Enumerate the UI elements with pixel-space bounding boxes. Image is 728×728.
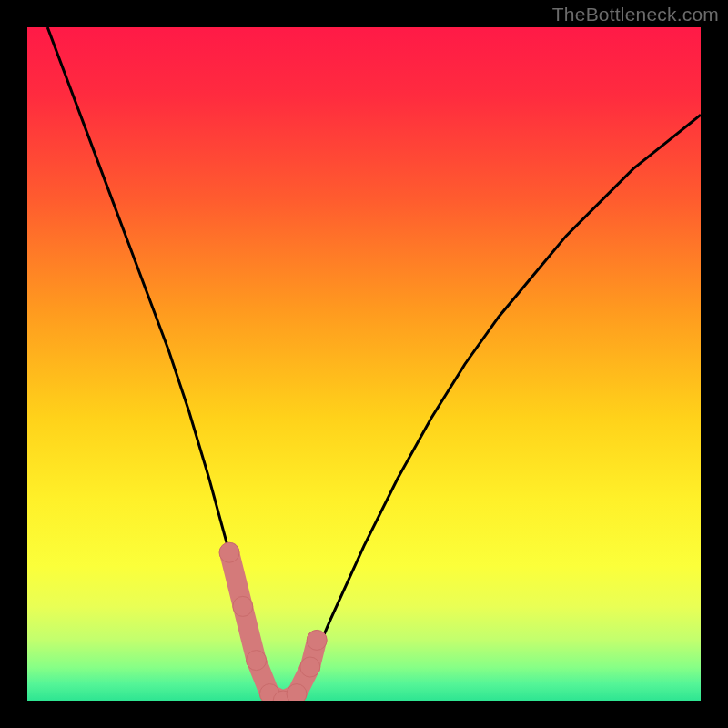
marker-dot (287, 684, 307, 701)
marker-dot (307, 630, 327, 650)
bottleneck-curve (47, 27, 701, 701)
chart-svg (27, 27, 701, 701)
marker-dot (219, 542, 239, 562)
outer-frame: TheBottleneck.com (0, 0, 728, 728)
marker-stroke (229, 552, 317, 701)
marker-dot (233, 596, 253, 616)
marker-group (219, 542, 327, 701)
marker-dot (300, 657, 320, 677)
watermark-text: TheBottleneck.com (552, 4, 719, 25)
plot-area (27, 27, 701, 701)
marker-dot (247, 651, 267, 671)
